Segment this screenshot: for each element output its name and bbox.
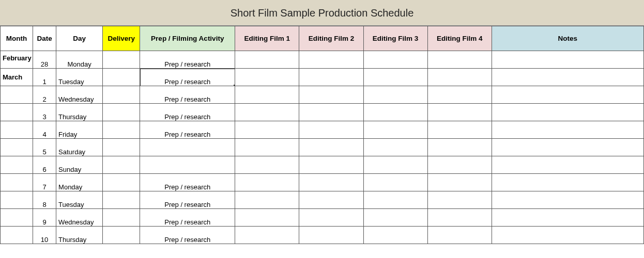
cell-day[interactable]: Thursday xyxy=(56,104,103,121)
cell-notes[interactable] xyxy=(492,191,643,209)
cell-e2[interactable] xyxy=(299,191,363,209)
cell-date[interactable]: 4 xyxy=(33,121,56,139)
cell-delivery[interactable] xyxy=(103,156,140,174)
header-edit1[interactable]: Editing Film 1 xyxy=(235,26,299,51)
cell-e1[interactable] xyxy=(235,156,299,174)
cell-delivery[interactable] xyxy=(103,104,140,121)
header-month[interactable]: Month xyxy=(1,26,33,51)
cell-e2[interactable] xyxy=(299,139,363,156)
cell-day[interactable]: Friday xyxy=(56,121,103,139)
cell-e2[interactable] xyxy=(299,227,363,244)
cell-e4[interactable] xyxy=(427,209,492,227)
cell-delivery[interactable] xyxy=(103,121,140,139)
cell-date[interactable]: 10 xyxy=(33,227,56,244)
cell-e1[interactable] xyxy=(235,104,299,121)
cell-e2[interactable] xyxy=(299,104,363,121)
cell-delivery[interactable] xyxy=(103,227,140,244)
cell-e3[interactable] xyxy=(363,139,427,156)
cell-e3[interactable] xyxy=(363,191,427,209)
cell-e4[interactable] xyxy=(427,174,492,191)
cell-e2[interactable] xyxy=(299,209,363,227)
cell-notes[interactable] xyxy=(492,174,643,191)
cell-activity[interactable]: Prep / research xyxy=(140,51,235,69)
cell-e2[interactable] xyxy=(299,69,363,86)
cell-day[interactable]: Monday xyxy=(56,51,103,69)
cell-month[interactable]: February xyxy=(1,51,33,69)
cell-month[interactable] xyxy=(1,104,33,121)
cell-e3[interactable] xyxy=(363,86,427,104)
cell-e3[interactable] xyxy=(363,156,427,174)
cell-day[interactable]: Monday xyxy=(56,174,103,191)
cell-activity[interactable]: Prep / research xyxy=(140,227,235,244)
cell-day[interactable]: Tuesday xyxy=(56,191,103,209)
cell-day[interactable]: Sunday xyxy=(56,156,103,174)
cell-month[interactable] xyxy=(1,156,33,174)
cell-activity[interactable]: Prep / research xyxy=(140,209,235,227)
cell-e2[interactable] xyxy=(299,156,363,174)
cell-notes[interactable] xyxy=(492,104,643,121)
cell-delivery[interactable] xyxy=(103,51,140,69)
cell-month[interactable] xyxy=(1,86,33,104)
cell-e2[interactable] xyxy=(299,174,363,191)
cell-e3[interactable] xyxy=(363,69,427,86)
cell-month[interactable] xyxy=(1,121,33,139)
cell-notes[interactable] xyxy=(492,51,643,69)
header-edit4[interactable]: Editing Film 4 xyxy=(427,26,492,51)
cell-notes[interactable] xyxy=(492,121,643,139)
cell-date[interactable]: 6 xyxy=(33,156,56,174)
cell-month[interactable] xyxy=(1,191,33,209)
cell-e4[interactable] xyxy=(427,139,492,156)
cell-activity[interactable]: Prep / research xyxy=(140,121,235,139)
cell-notes[interactable] xyxy=(492,86,643,104)
header-date[interactable]: Date xyxy=(33,26,56,51)
cell-e2[interactable] xyxy=(299,51,363,69)
cell-delivery[interactable] xyxy=(103,191,140,209)
header-edit2[interactable]: Editing Film 2 xyxy=(299,26,363,51)
cell-date[interactable]: 7 xyxy=(33,174,56,191)
cell-e3[interactable] xyxy=(363,51,427,69)
cell-e1[interactable] xyxy=(235,51,299,69)
cell-activity[interactable] xyxy=(140,139,235,156)
cell-e3[interactable] xyxy=(363,174,427,191)
cell-notes[interactable] xyxy=(492,227,643,244)
cell-e1[interactable] xyxy=(235,121,299,139)
cell-date[interactable]: 8 xyxy=(33,191,56,209)
cell-e4[interactable] xyxy=(427,191,492,209)
cell-month[interactable]: March xyxy=(1,69,33,86)
cell-month[interactable] xyxy=(1,174,33,191)
cell-month[interactable] xyxy=(1,209,33,227)
cell-notes[interactable] xyxy=(492,69,643,86)
cell-delivery[interactable] xyxy=(103,69,140,86)
cell-notes[interactable] xyxy=(492,156,643,174)
cell-date[interactable]: 5 xyxy=(33,139,56,156)
header-day[interactable]: Day xyxy=(56,26,103,51)
cell-notes[interactable] xyxy=(492,209,643,227)
cell-delivery[interactable] xyxy=(103,209,140,227)
cell-e4[interactable] xyxy=(427,121,492,139)
cell-e3[interactable] xyxy=(363,209,427,227)
cell-date[interactable]: 2 xyxy=(33,86,56,104)
cell-delivery[interactable] xyxy=(103,86,140,104)
cell-delivery[interactable] xyxy=(103,174,140,191)
cell-activity[interactable]: Prep / research xyxy=(140,191,235,209)
cell-e1[interactable] xyxy=(235,209,299,227)
cell-delivery[interactable] xyxy=(103,139,140,156)
cell-activity[interactable]: Prep / research xyxy=(140,174,235,191)
cell-day[interactable]: Thursday xyxy=(56,227,103,244)
header-edit3[interactable]: Editing Film 3 xyxy=(363,26,427,51)
cell-e1[interactable] xyxy=(235,174,299,191)
cell-activity[interactable]: Prep / research xyxy=(140,69,235,86)
cell-e3[interactable] xyxy=(363,227,427,244)
cell-month[interactable] xyxy=(1,139,33,156)
cell-activity[interactable] xyxy=(140,156,235,174)
cell-e4[interactable] xyxy=(427,156,492,174)
cell-e4[interactable] xyxy=(427,227,492,244)
cell-e1[interactable] xyxy=(235,86,299,104)
header-activity[interactable]: Prep / Filming Activity xyxy=(140,26,235,51)
cell-date[interactable]: 3 xyxy=(33,104,56,121)
cell-date[interactable]: 9 xyxy=(33,209,56,227)
cell-month[interactable] xyxy=(1,227,33,244)
cell-activity[interactable]: Prep / research xyxy=(140,86,235,104)
cell-activity[interactable]: Prep / research xyxy=(140,104,235,121)
cell-e2[interactable] xyxy=(299,86,363,104)
